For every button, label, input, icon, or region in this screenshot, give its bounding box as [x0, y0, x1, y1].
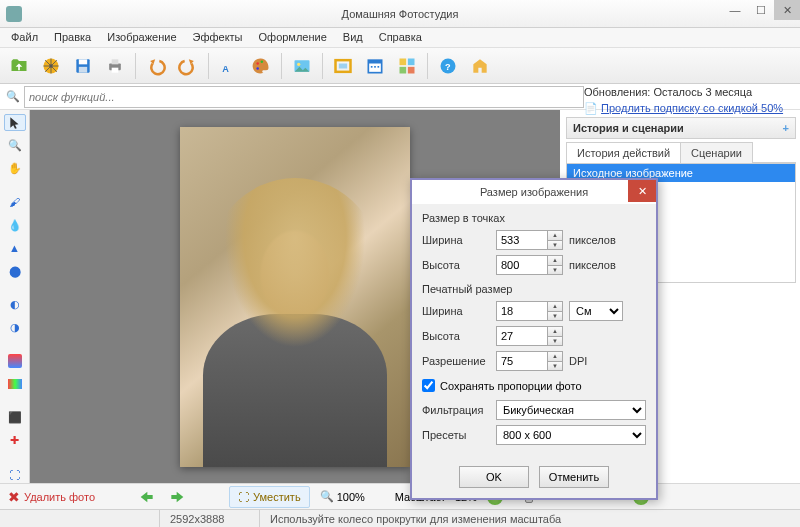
- updates-link-row: 📄 Продлить подписку со скидкой 50%: [566, 100, 796, 117]
- filter-label: Фильтрация: [422, 404, 490, 416]
- spin-down[interactable]: ▼: [548, 362, 562, 371]
- help-button[interactable]: ?: [433, 51, 463, 81]
- svg-rect-21: [368, 60, 381, 63]
- updates-line: Обновления: Осталось 3 месяца: [566, 84, 796, 100]
- prev-button[interactable]: [135, 486, 157, 508]
- spin-down[interactable]: ▼: [548, 312, 562, 321]
- resolution-input[interactable]: [497, 352, 547, 370]
- cancel-button[interactable]: Отменить: [539, 466, 609, 488]
- svg-text:?: ?: [445, 62, 451, 72]
- preset-select[interactable]: 800 x 600: [496, 425, 646, 445]
- svg-rect-28: [408, 66, 415, 73]
- heal-tool[interactable]: ✚: [4, 432, 26, 449]
- open-button[interactable]: [4, 51, 34, 81]
- palette-button[interactable]: [246, 51, 276, 81]
- menu-file[interactable]: Файл: [4, 28, 45, 47]
- image-button[interactable]: [287, 51, 317, 81]
- keep-aspect-label: Сохранять пропорции фото: [440, 380, 582, 392]
- history-tabs: История действий Сценарии: [566, 141, 796, 163]
- sharpen-tool[interactable]: ▲: [4, 240, 26, 257]
- svg-point-15: [256, 67, 259, 70]
- menu-help[interactable]: Справка: [372, 28, 429, 47]
- calendar-button[interactable]: [360, 51, 390, 81]
- spin-down[interactable]: ▼: [548, 241, 562, 250]
- text-button[interactable]: A: [214, 51, 244, 81]
- menu-image[interactable]: Изображение: [100, 28, 183, 47]
- delete-icon: ✖: [8, 489, 20, 505]
- spin-up[interactable]: ▲: [548, 302, 562, 312]
- menu-decor[interactable]: Оформление: [252, 28, 334, 47]
- svg-rect-24: [378, 66, 380, 68]
- next-button[interactable]: [167, 486, 189, 508]
- redo-button[interactable]: [173, 51, 203, 81]
- resize-dialog: Размер изображения ✕ Размер в точках Шир…: [410, 178, 658, 500]
- menu-effects[interactable]: Эффекты: [186, 28, 250, 47]
- panel-plus-icon[interactable]: +: [783, 122, 789, 134]
- home-button[interactable]: [465, 51, 495, 81]
- zoom-tool[interactable]: 🔍: [4, 137, 26, 154]
- brush-tool[interactable]: 🖌: [4, 194, 26, 211]
- dodge-tool[interactable]: ◐: [4, 296, 26, 313]
- svg-point-14: [261, 60, 264, 63]
- photo-preview: [180, 127, 410, 467]
- spin-up[interactable]: ▲: [548, 231, 562, 241]
- unit-select[interactable]: См: [569, 301, 623, 321]
- height-px-input[interactable]: [497, 256, 547, 274]
- undo-button[interactable]: [141, 51, 171, 81]
- titlebar: Домашняя Фотостудия — ☐ ✕: [0, 0, 800, 28]
- svg-rect-26: [408, 58, 415, 65]
- gradient-tool[interactable]: [4, 353, 26, 370]
- filter-select[interactable]: Бикубическая: [496, 400, 646, 420]
- hand-tool[interactable]: ✋: [4, 160, 26, 177]
- bottom-bar: ✖Удалить фото ⛶Уместить 🔍100% Масштаб: 1…: [0, 483, 800, 509]
- dialog-close-button[interactable]: ✕: [628, 180, 656, 202]
- spin-down[interactable]: ▼: [548, 337, 562, 346]
- collage-button[interactable]: [392, 51, 422, 81]
- search-input[interactable]: [29, 91, 579, 103]
- tab-history[interactable]: История действий: [566, 142, 681, 163]
- spin-up[interactable]: ▲: [548, 352, 562, 362]
- close-button[interactable]: ✕: [774, 0, 800, 20]
- menu-edit[interactable]: Правка: [47, 28, 98, 47]
- search-icon: 🔍: [6, 90, 20, 103]
- extend-subscription-link[interactable]: Продлить подписку со скидкой 50%: [601, 102, 783, 114]
- catalog-button[interactable]: [36, 51, 66, 81]
- dpi-unit: DPI: [569, 355, 587, 367]
- zoom-100-button[interactable]: 🔍100%: [320, 490, 365, 503]
- left-toolbar: 🔍 ✋ 🖌 💧 ▲ ⬤ ◐ ◑ ⬛ ✚ ⛶: [0, 110, 30, 483]
- preset-label: Пресеты: [422, 429, 490, 441]
- svg-text:A: A: [222, 63, 229, 73]
- print-button[interactable]: [100, 51, 130, 81]
- save-button[interactable]: [68, 51, 98, 81]
- redeye-tool[interactable]: ⬛: [4, 409, 26, 426]
- width-cm-input[interactable]: [497, 302, 547, 320]
- spin-up[interactable]: ▲: [548, 256, 562, 266]
- tab-scenarios[interactable]: Сценарии: [680, 142, 753, 163]
- spin-up[interactable]: ▲: [548, 327, 562, 337]
- menu-view[interactable]: Вид: [336, 28, 370, 47]
- main-toolbar: A ?: [0, 48, 800, 84]
- delete-photo-button[interactable]: ✖Удалить фото: [8, 489, 95, 505]
- burn-tool[interactable]: ◑: [4, 319, 26, 336]
- blur-tool[interactable]: 💧: [4, 217, 26, 234]
- svg-rect-27: [400, 66, 407, 73]
- fit-button[interactable]: ⛶Уместить: [229, 486, 310, 508]
- search-wrap[interactable]: [24, 86, 584, 108]
- levels-tool[interactable]: [4, 376, 26, 393]
- svg-rect-22: [371, 66, 373, 68]
- maximize-button[interactable]: ☐: [748, 0, 774, 20]
- spin-down[interactable]: ▼: [548, 266, 562, 275]
- keep-aspect-checkbox[interactable]: [422, 379, 435, 392]
- ok-button[interactable]: OK: [459, 466, 529, 488]
- pointer-tool[interactable]: [4, 114, 26, 131]
- width-px-label: Ширина: [422, 234, 490, 246]
- height-cm-input[interactable]: [497, 327, 547, 345]
- stamp-tool[interactable]: ⬤: [4, 263, 26, 280]
- dialog-title: Размер изображения ✕: [412, 180, 656, 204]
- pixels-group-label: Размер в точках: [422, 212, 646, 224]
- frame-button[interactable]: [328, 51, 358, 81]
- minimize-button[interactable]: —: [722, 0, 748, 20]
- width-px-input[interactable]: [497, 231, 547, 249]
- resolution-label: Разрешение: [422, 355, 490, 367]
- crop-tool[interactable]: ⛶: [4, 466, 26, 483]
